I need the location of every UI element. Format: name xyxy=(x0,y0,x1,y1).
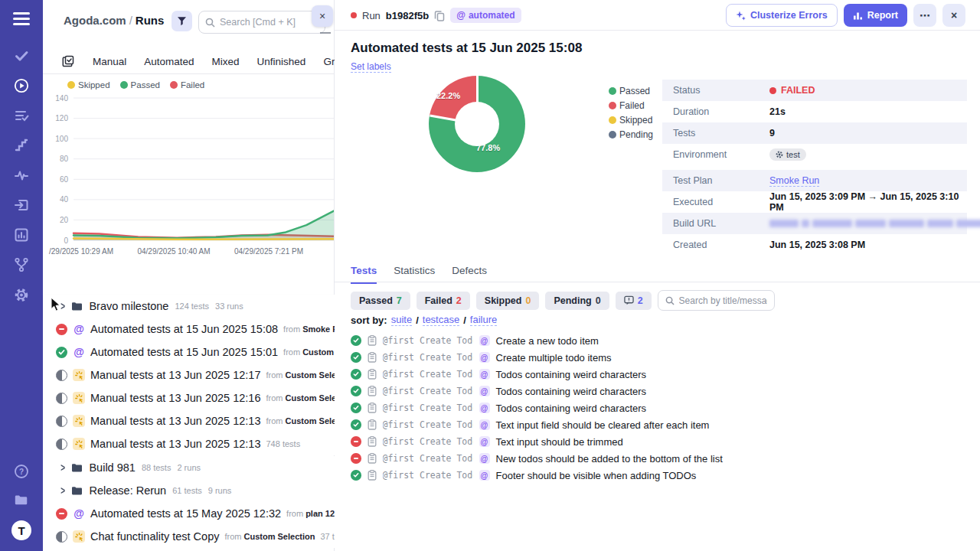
run-row[interactable]: Manual tests at 13 Jun 2025 12:13 748 te… xyxy=(43,432,335,455)
tab-automated[interactable]: Automated xyxy=(144,56,194,67)
legend-skipped[interactable]: Skipped xyxy=(67,80,110,90)
tab-manual[interactable]: Manual xyxy=(93,56,126,67)
folder-row[interactable]: > Bravo milestone 124 tests 33 runs xyxy=(43,295,335,318)
pulse-icon[interactable] xyxy=(14,168,29,183)
filter-skipped[interactable]: Skipped0 xyxy=(476,292,540,310)
breadcrumb-project[interactable]: Agoda.com xyxy=(64,14,126,27)
automated-icon: @ xyxy=(73,346,85,358)
select-all-icon[interactable] xyxy=(60,54,75,69)
test-row[interactable]: @first Create Todos... @ Todos containin… xyxy=(351,383,646,399)
analytics-icon[interactable] xyxy=(14,227,29,243)
tab-mixed[interactable]: Mixed xyxy=(212,56,240,67)
run-row[interactable]: Manual tests at 13 Jun 2025 12:13 from C… xyxy=(43,409,335,432)
test-row[interactable]: @first Create Todos... @ Todos containin… xyxy=(351,366,646,383)
panel-collapse-icon[interactable] xyxy=(320,28,331,34)
automated-icon: @ xyxy=(73,323,85,335)
copy-icon[interactable] xyxy=(434,10,445,21)
svg-text:04/29/2025 7:21 PM: 04/29/2025 7:21 PM xyxy=(234,247,303,256)
breadcrumb-page: Runs xyxy=(136,14,165,27)
funnel-icon xyxy=(177,16,187,26)
runs-play-icon[interactable] xyxy=(14,78,29,93)
automated-icon: @ xyxy=(479,335,490,346)
manual-icon xyxy=(73,530,85,543)
automated-icon: @ xyxy=(479,386,490,396)
folder-row[interactable]: > Release: Rerun 61 tests 9 runs xyxy=(43,479,335,502)
more-button[interactable]: ⋯ xyxy=(913,4,936,27)
filter-failed[interactable]: Failed2 xyxy=(416,292,470,310)
passed-status-icon xyxy=(351,403,361,413)
run-row[interactable]: @ Automated tests at 15 Jun 2025 15:08 f… xyxy=(43,318,335,341)
sort-suite-link[interactable]: suite xyxy=(391,314,412,326)
tab-unfinished[interactable]: Unfinished xyxy=(257,56,306,67)
redacted-build-url xyxy=(769,220,980,227)
app-logo[interactable]: T xyxy=(11,520,31,540)
test-row[interactable]: @first Create Todos... @ Text input shou… xyxy=(351,433,623,450)
sidebar-bottom: ? T xyxy=(11,464,31,540)
sort-testcase-link[interactable]: testcase xyxy=(423,314,459,326)
folder-row[interactable]: > Build 981 88 tests 2 runs xyxy=(43,456,335,479)
detail-row-test-plan: Test Plan Smoke Run xyxy=(662,170,967,191)
run-row[interactable]: @ Automated tests at 15 May 2025 12:32 f… xyxy=(43,502,335,525)
run-row[interactable]: Manual tests at 13 Jun 2025 12:17 from C… xyxy=(43,364,335,386)
svg-text:04/29/2025 10:40 AM: 04/29/2025 10:40 AM xyxy=(137,247,210,256)
filter-pending[interactable]: Pending0 xyxy=(545,292,609,310)
legend-passed: Passed xyxy=(609,86,653,96)
test-row[interactable]: @first Create Todos... @ New todos shoul… xyxy=(351,450,723,467)
import-icon[interactable] xyxy=(14,197,29,213)
runs-search[interactable] xyxy=(198,11,325,34)
environment-badge[interactable]: test xyxy=(769,148,806,161)
failed-dot xyxy=(170,81,178,89)
clipboard-icon xyxy=(368,419,377,430)
settings-gear-icon[interactable] xyxy=(14,287,29,302)
folder-icon xyxy=(71,302,83,311)
partial-status-icon xyxy=(56,439,67,450)
search-input[interactable] xyxy=(220,17,318,28)
report-button[interactable]: Report xyxy=(844,4,907,27)
pending-dot xyxy=(609,131,616,139)
partial-status-icon xyxy=(56,531,67,543)
steps-icon[interactable] xyxy=(14,138,29,153)
branch-icon[interactable] xyxy=(14,257,29,272)
svg-text:?: ? xyxy=(19,468,24,476)
tests-search-input[interactable] xyxy=(679,295,767,306)
run-row[interactable]: @ Automated tests at 15 Jun 2025 15:01 f… xyxy=(43,341,335,364)
projects-folder-icon[interactable] xyxy=(14,492,29,507)
automated-badge[interactable]: @ automated xyxy=(450,8,521,23)
close-run-button[interactable]: × xyxy=(942,4,965,27)
legend-failed[interactable]: Failed xyxy=(170,80,204,90)
manual-icon xyxy=(73,438,85,450)
tasks-check-icon[interactable] xyxy=(14,48,29,64)
clusterize-errors-button[interactable]: Clusterize Errors xyxy=(726,4,838,27)
folder-icon xyxy=(71,463,83,473)
test-plan-link[interactable]: Smoke Run xyxy=(769,175,819,187)
filter-comments[interactable]: 2 xyxy=(616,292,652,310)
set-labels-link[interactable]: Set labels xyxy=(351,61,391,73)
test-row[interactable]: @first Create Todos... @ Text input fiel… xyxy=(351,416,709,433)
panel-close-button[interactable]: × xyxy=(312,5,333,27)
tests-search[interactable] xyxy=(658,290,775,311)
run-row[interactable]: Manual tests at 13 Jun 2025 12:16 from C… xyxy=(43,386,335,409)
run-actions: Clusterize Errors Report ⋯ × xyxy=(726,4,965,27)
svg-text:120: 120 xyxy=(55,114,68,122)
sidebar: ? T xyxy=(0,0,43,551)
filter-button[interactable] xyxy=(172,11,192,31)
runs-history-chart: 140 120 100 80 60 40 20 0 /29/2025 10:29… xyxy=(46,90,334,262)
run-row[interactable]: Chat functinality test Copy from Custom … xyxy=(43,525,335,548)
test-row[interactable]: @first Create Todos... @ Footer should b… xyxy=(351,467,696,484)
search-icon xyxy=(665,296,675,305)
menu-icon[interactable] xyxy=(13,12,30,25)
test-row[interactable]: @first Create Todos... @ Todos containin… xyxy=(351,399,646,416)
test-row[interactable]: @first Create Todos... @ Create multiple… xyxy=(351,349,612,366)
test-row[interactable]: @first Create Todos... @ Create a new to… xyxy=(351,332,599,349)
chevron-right-icon[interactable]: > xyxy=(60,300,65,312)
chevron-right-icon[interactable]: > xyxy=(60,461,65,474)
legend-passed[interactable]: Passed xyxy=(120,80,160,90)
chevron-right-icon[interactable]: > xyxy=(60,484,65,497)
help-icon[interactable]: ? xyxy=(14,464,29,479)
test-cases-icon[interactable] xyxy=(14,108,29,123)
sidebar-nav xyxy=(14,48,29,302)
filter-passed[interactable]: Passed7 xyxy=(351,292,410,310)
automated-icon: @ xyxy=(479,369,490,380)
detail-row-executed: Executed Jun 15, 2025 3:09 PM → Jun 15, … xyxy=(662,191,967,213)
sort-failure-link[interactable]: failure xyxy=(470,314,497,326)
